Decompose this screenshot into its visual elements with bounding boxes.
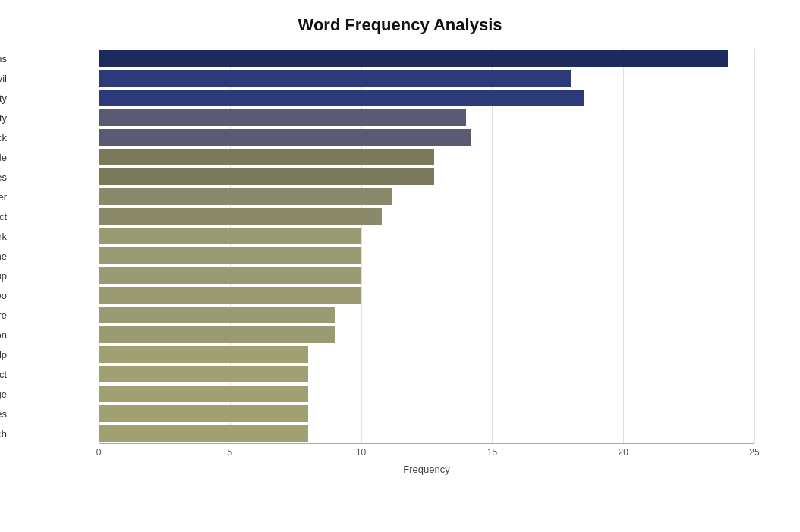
bar-fill xyxy=(99,50,728,67)
bar-track xyxy=(99,90,754,106)
bar-row: security xyxy=(99,108,754,127)
bar-row: organizations xyxy=(99,49,754,68)
bar-label: range xyxy=(0,389,13,400)
bar-row: online xyxy=(99,246,754,266)
bar-fill xyxy=(99,287,361,304)
bar-track xyxy=(99,247,754,264)
bar-track xyxy=(99,188,754,205)
bar-track xyxy=(99,326,754,343)
x-tick-label: 25 xyxy=(749,447,759,458)
bar-row: cloudflare xyxy=(99,305,754,325)
bar-row: galileo xyxy=(99,285,754,305)
bar-track xyxy=(99,405,754,422)
bar-row: attack xyxy=(99,127,754,147)
bar-track xyxy=(99,425,754,442)
bar-fill xyxy=(99,228,361,244)
bar-label: organization xyxy=(0,329,13,341)
bar-row: help xyxy=(99,345,754,364)
x-tick-label: 0 xyxy=(96,447,102,458)
chart-container: Word Frequency Analysis organizationsciv… xyxy=(0,0,800,532)
bars-container: organizationscivilsocietysecurityattackv… xyxy=(99,49,754,443)
bar-row: resources xyxy=(99,404,754,423)
bar-label: civil xyxy=(0,73,13,84)
bar-label: march xyxy=(0,428,13,439)
bar-fill xyxy=(99,267,361,284)
bar-fill xyxy=(99,386,308,402)
x-tick-label: 10 xyxy=(356,447,366,458)
bar-row: communities xyxy=(99,167,754,187)
bar-fill xyxy=(99,188,392,205)
bar-track xyxy=(99,149,754,165)
bar-row: cyber xyxy=(99,187,754,206)
bar-fill xyxy=(99,168,434,185)
bar-fill xyxy=(99,109,466,126)
bar-row: range xyxy=(99,384,754,404)
x-axis: 0510152025 Frequency xyxy=(99,443,754,475)
bar-fill xyxy=(99,366,308,382)
bar-fill xyxy=(99,247,361,264)
bar-fill xyxy=(99,326,335,343)
bar-track xyxy=(99,386,754,402)
bar-track xyxy=(99,228,754,244)
bar-row: group xyxy=(99,266,754,285)
bar-fill xyxy=(99,208,382,225)
x-tick-label: 5 xyxy=(227,447,232,458)
bar-track xyxy=(99,267,754,284)
bar-track xyxy=(99,50,754,67)
bar-label: work xyxy=(0,231,13,242)
bar-track xyxy=(99,366,754,382)
bar-row: vulnerable xyxy=(99,147,754,167)
bar-fill xyxy=(99,70,571,87)
bar-label: attack xyxy=(0,132,13,143)
bar-label: project xyxy=(0,211,13,222)
bar-label: organizations xyxy=(0,53,13,65)
bar-track xyxy=(99,307,754,323)
bar-row: organization xyxy=(99,325,754,345)
bar-label: resources xyxy=(0,408,13,420)
bar-row: project xyxy=(99,206,754,226)
bar-track xyxy=(99,129,754,146)
bar-label: society xyxy=(0,93,13,104)
bar-label: security xyxy=(0,112,13,124)
bar-fill xyxy=(99,129,471,146)
bar-label: help xyxy=(0,349,13,360)
bar-track xyxy=(99,70,754,87)
bar-track xyxy=(99,208,754,225)
bar-fill xyxy=(99,425,308,442)
bar-label: online xyxy=(0,250,13,262)
bars-area: organizationscivilsocietysecurityattackv… xyxy=(99,49,754,443)
bar-row: work xyxy=(99,226,754,246)
bar-fill xyxy=(99,405,308,422)
grid-line xyxy=(754,49,755,443)
bar-track xyxy=(99,109,754,126)
bar-row: march xyxy=(99,423,754,443)
bar-label: galileo xyxy=(0,290,13,301)
bar-label: group xyxy=(0,270,13,282)
x-tick-label: 20 xyxy=(619,447,628,458)
bar-fill xyxy=(99,90,584,106)
bar-label: communities xyxy=(0,172,13,183)
bar-track xyxy=(99,168,754,185)
bar-label: protect xyxy=(0,369,13,380)
bar-row: protect xyxy=(99,364,754,384)
x-ticks-container: 0510152025 xyxy=(99,447,754,462)
bar-fill xyxy=(99,307,335,323)
chart-title: Word Frequency Analysis xyxy=(46,15,754,35)
bar-label: vulnerable xyxy=(0,152,13,163)
bar-label: cyber xyxy=(0,191,13,203)
bar-row: civil xyxy=(99,68,754,88)
bar-track xyxy=(99,287,754,304)
x-tick-label: 15 xyxy=(487,447,497,458)
bar-track xyxy=(99,346,754,363)
bar-fill xyxy=(99,149,434,165)
bar-row: society xyxy=(99,88,754,108)
bar-fill xyxy=(99,346,308,363)
x-axis-label: Frequency xyxy=(99,464,754,475)
bar-label: cloudflare xyxy=(0,310,13,321)
